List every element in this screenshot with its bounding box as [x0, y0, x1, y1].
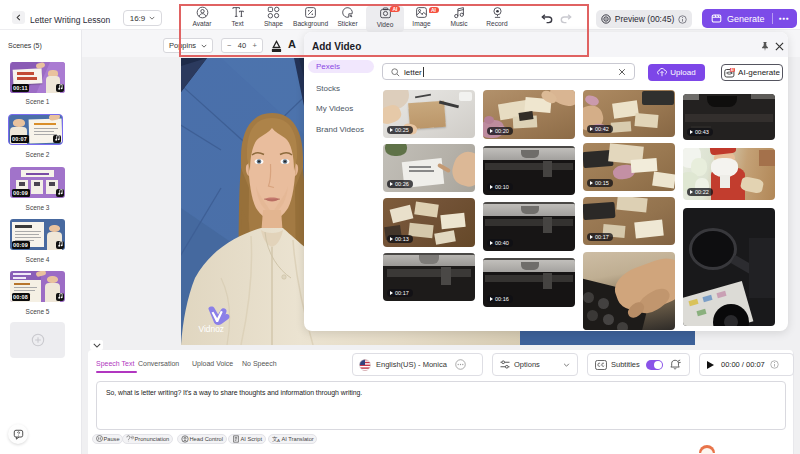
svg-text:Vidnoz: Vidnoz: [199, 324, 224, 334]
svg-text:AI: AI: [731, 68, 734, 72]
svg-text:A: A: [276, 438, 279, 443]
